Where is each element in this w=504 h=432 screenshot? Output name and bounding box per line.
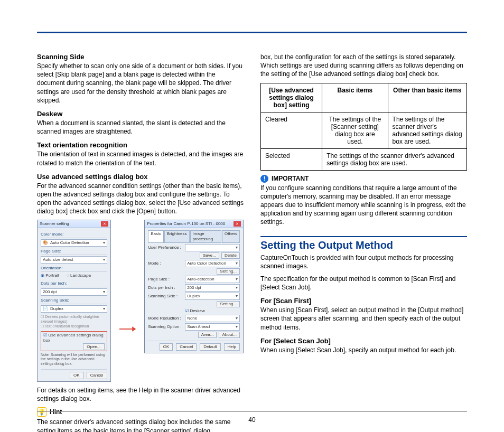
landscape-radio[interactable]: Landscape — [67, 273, 91, 278]
heading-select-job: For [Select Scan Job] — [260, 337, 467, 345]
cancel-button[interactable]: Cancel — [176, 343, 197, 351]
table-cell: The settings of the scanner driver's adv… — [322, 148, 467, 170]
table-header: Basic items — [322, 83, 388, 112]
moire-select[interactable]: None▾ — [185, 315, 240, 322]
close-icon[interactable]: ✕ — [234, 221, 241, 227]
svg-marker-1 — [132, 326, 136, 331]
scan-side-label: Scanning Side: — [41, 298, 107, 303]
heading-scan-first: For [Scan First] — [260, 297, 467, 305]
mode-label: Mode : — [148, 261, 182, 266]
color-mode-select[interactable]: 🎨Auto Color Detection▾ — [41, 239, 107, 247]
table-row: Cleared The settings of the [Scanner set… — [261, 112, 467, 148]
left-column: Scanning Side Specify whether to scan on… — [37, 48, 244, 432]
para-scan-first: When using [Scan First], select an outpu… — [260, 306, 467, 332]
section-rule — [260, 236, 467, 237]
moire-label: Moire Reduction : — [148, 316, 182, 321]
scan-side-label: Scanning Side : — [148, 294, 182, 299]
default-button[interactable]: Default — [200, 343, 220, 351]
setting-button[interactable]: Setting... — [217, 268, 240, 275]
scan-opt-label: Scanning Option : — [148, 324, 182, 330]
scan-opt-select[interactable]: Scan Ahead▾ — [185, 323, 240, 331]
user-pref-label: User Preference : — [148, 245, 182, 250]
right-column: box, but the configuration for each of t… — [260, 48, 467, 432]
tab-brightness[interactable]: Brightness — [164, 230, 190, 243]
about-button[interactable]: About... — [219, 332, 240, 338]
table-header: Other than basic items — [388, 83, 466, 112]
page-size-label: Page Size : — [148, 277, 182, 282]
settings-table: [Use advanced settings dialog box] setti… — [260, 83, 467, 171]
dialog-title: Scanner setting — [40, 221, 69, 227]
dialog-screenshots: Scanner setting ✕ Color mode: 🎨Auto Colo… — [37, 220, 244, 382]
table-header: [Use advanced settings dialog box] setti… — [261, 83, 322, 112]
section-heading: Setting the Output Method — [260, 239, 467, 251]
tab-basic[interactable]: Basic — [148, 230, 164, 243]
open-button[interactable]: Open... — [83, 343, 104, 350]
scan-side-select[interactable]: Duplex▾ — [185, 293, 240, 300]
dialog-titlebar: Scanner setting ✕ — [38, 220, 110, 228]
text-orient-checkbox[interactable] — [41, 324, 45, 328]
heading-deskew: Deskew — [37, 110, 244, 118]
para-adv-settings: For the advanced scanner condition setti… — [37, 182, 244, 216]
important-label: IMPORTANT — [272, 175, 309, 182]
tab-others[interactable]: Others — [222, 230, 240, 243]
para-scanning-side: Specify whether to scan only one side of… — [37, 62, 244, 105]
heading-adv-settings: Use advanced settings dialog box — [37, 173, 244, 181]
orientation-label: Orientation: — [41, 266, 107, 271]
save-button[interactable]: Save... — [200, 252, 219, 259]
para-continuation: box, but the configuration for each of t… — [260, 53, 467, 79]
para-output-2: The specification for the output method … — [260, 275, 467, 292]
dialog-titlebar: Properties for Canon P-150 on STI - 0000… — [145, 220, 243, 228]
deskew-checkbox[interactable] — [41, 315, 45, 318]
table-cell: The settings of the scanner driver's adv… — [388, 112, 466, 148]
para-important: If you configure scanning conditions tha… — [260, 184, 467, 227]
heading-text-orientation: Text orientation recognition — [37, 141, 244, 149]
page-number: 40 — [0, 416, 504, 424]
dialog-title: Properties for Canon P-150 on STI - 0000 — [147, 221, 225, 227]
delete-button[interactable]: Delete — [221, 252, 240, 259]
close-icon[interactable]: ✕ — [101, 221, 108, 227]
page-size-label: Page Size: — [41, 249, 107, 254]
cancel-button[interactable]: Cancel — [87, 372, 107, 379]
bottom-rule — [37, 411, 467, 412]
table-cell: The settings of the [Scanner setting] di… — [322, 112, 388, 148]
important-icon: ! — [260, 175, 268, 183]
deskew-checkbox[interactable] — [185, 308, 190, 313]
page-size-select[interactable]: Auto-detection▾ — [185, 276, 240, 283]
table-cell: Selected — [261, 148, 322, 170]
hint-icon: 💡 — [37, 407, 46, 417]
adv-settings-checkbox[interactable] — [43, 333, 48, 337]
adv-settings-highlight: Use advanced settings dialog box Open... — [41, 331, 107, 351]
dpi-label: Dots per inch: — [41, 281, 107, 286]
color-mode-label: Color mode: — [41, 232, 107, 237]
ok-button[interactable]: OK — [70, 372, 83, 379]
user-pref-select[interactable]: ▾ — [185, 244, 240, 251]
dpi-select[interactable]: 200 dpi▾ — [41, 288, 107, 296]
scanner-setting-dialog: Scanner setting ✕ Color mode: 🎨Auto Colo… — [37, 220, 111, 382]
setting-button-2[interactable]: Setting... — [217, 301, 240, 307]
para-deskew: When a document is scanned slanted, the … — [37, 119, 244, 136]
dpi-label: Dots per inch : — [148, 285, 182, 290]
red-arrow-icon — [119, 326, 136, 332]
scan-side-select[interactable]: 📄Duplex▾ — [41, 305, 107, 313]
heading-scanning-side: Scanning Side — [37, 53, 244, 61]
help-button[interactable]: Help — [224, 343, 240, 351]
hint-label: Hint — [50, 408, 62, 416]
table-cell: Cleared — [261, 112, 322, 148]
table-row: Selected The settings of the scanner dri… — [261, 148, 467, 170]
page-size-select[interactable]: Auto-size detect▾ — [41, 256, 107, 264]
area-button[interactable]: Area... — [198, 332, 217, 338]
ok-button[interactable]: OK — [160, 343, 173, 351]
dialog-note: Note: Scanning will be performed using t… — [41, 353, 107, 367]
para-output-1: CaptureOnTouch is provided with four out… — [260, 253, 467, 270]
portrait-radio[interactable]: Portrait — [41, 273, 59, 278]
top-rule — [37, 32, 467, 33]
para-after-dialogs: For details on setting items, see the He… — [37, 386, 244, 403]
para-select-job: When using [Select Scan Job], specify an… — [260, 346, 467, 354]
tab-image-processing[interactable]: Image processing — [190, 230, 221, 243]
dpi-select[interactable]: 200 dpi▾ — [185, 284, 240, 292]
para-text-orientation: The orientation of text in scanned image… — [37, 150, 244, 167]
properties-dialog: Properties for Canon P-150 on STI - 0000… — [144, 220, 244, 353]
mode-select[interactable]: Auto Color Detection▾ — [185, 260, 240, 267]
